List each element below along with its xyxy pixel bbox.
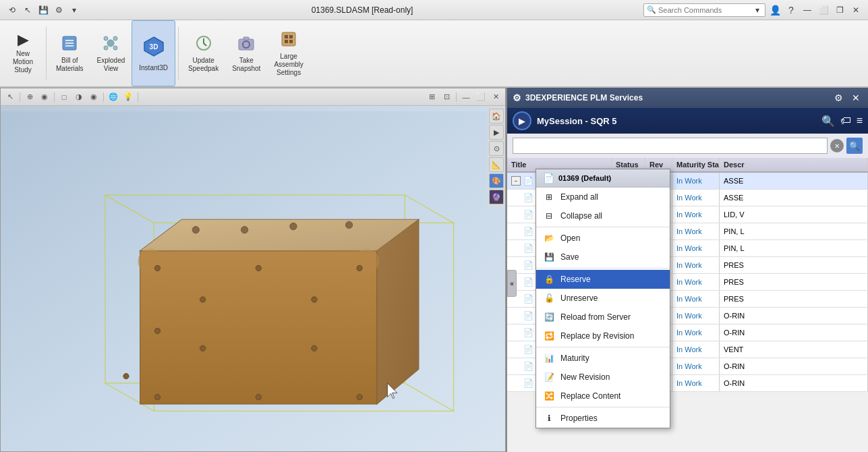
instant3d-btn[interactable]: 3D Instant3D (132, 20, 175, 86)
plm-search-bar: 1369 ✕ 🔍 (507, 134, 868, 158)
gear-settings-icon: ⚙ (513, 92, 521, 103)
undo-btn[interactable]: ⟲ (5, 3, 19, 17)
session-avatar: ▶ (513, 111, 531, 130)
svg-point-40 (312, 345, 317, 351)
svg-point-42 (312, 297, 317, 302)
close-btn-plm[interactable]: ✕ (849, 91, 863, 105)
measure-icon[interactable]: 📐 (489, 157, 504, 172)
help-btn[interactable]: ? (784, 3, 798, 17)
search-clear-btn[interactable]: ✕ (830, 139, 844, 152)
settings-btn-plm[interactable]: ⚙ (832, 91, 845, 105)
row-desc: O-RIN (720, 358, 868, 374)
ctx-new-revision[interactable]: 📝 New Revision (536, 368, 670, 387)
center-icon[interactable]: ⊙ (489, 141, 504, 156)
new-revision-icon: 📝 (543, 371, 555, 383)
vp-divider-5 (456, 92, 457, 102)
collapse-row-btn[interactable]: − (511, 176, 521, 186)
row-desc: PIN, L (720, 223, 868, 239)
ctx-collapse-all[interactable]: ⊟ Collapse all (536, 206, 670, 225)
vp-select-btn[interactable]: ↖ (3, 91, 17, 103)
options-btn-top[interactable]: ⚙ (52, 3, 65, 17)
play-btn-icon: ▶ (519, 116, 525, 126)
vp-display-btn[interactable]: □ (57, 91, 71, 103)
search-commands-box[interactable]: 🔍 ▾ (643, 3, 765, 17)
minimize-btn[interactable]: — (801, 3, 814, 17)
ctx-collapse-all-label: Collapse all (560, 211, 602, 221)
vp-minimize-btn[interactable]: — (459, 91, 473, 103)
save-btn-top[interactable]: 💾 (36, 3, 50, 17)
ctx-save[interactable]: 💾 Save (536, 248, 670, 266)
svg-point-7 (104, 46, 108, 50)
vp-lighting-btn[interactable]: 💡 (121, 91, 135, 103)
ctx-reload-from-server[interactable]: 🔄 Reload from Server (536, 308, 670, 327)
render-icon[interactable]: 🔮 (489, 190, 504, 204)
properties-icon: ℹ (543, 412, 555, 424)
search-submit-btn[interactable]: 🔍 (846, 138, 863, 154)
new-motion-study-label: NewMotionStudy (13, 50, 33, 74)
home-view-icon[interactable]: 🏠 (489, 109, 504, 123)
search-dropdown-btn[interactable]: ▾ (753, 3, 762, 17)
viewport[interactable]: ↖ ⊕ ◉ □ ◑ ◉ 🌐 💡 ⊞ ⊡ — ⬜ ✕ (0, 88, 506, 452)
speedpak-icon (195, 34, 212, 54)
unreserve-icon: 🔓 (543, 292, 555, 304)
ctx-unreserve[interactable]: 🔓 Unreserve (536, 289, 670, 308)
ctx-replace-content[interactable]: 🔀 Replace Content (536, 387, 670, 405)
row-maturity: In Work (672, 173, 720, 189)
vp-layout-btn2[interactable]: ⊡ (440, 91, 453, 103)
row-maturity: In Work (672, 308, 720, 324)
vp-close-btn[interactable]: ✕ (489, 91, 502, 103)
restore-btn[interactable]: ⬜ (817, 3, 830, 17)
ctx-expand-all[interactable]: ⊞ Expand all (536, 188, 670, 206)
ctx-maturity[interactable]: 📊 Maturity (536, 349, 670, 368)
ctx-unreserve-label: Unreserve (560, 293, 598, 303)
ctx-header-icon: 📄 (543, 173, 554, 183)
new-motion-study-btn[interactable]: ▶ NewMotionStudy (3, 20, 43, 86)
save-icon: 💾 (543, 251, 555, 263)
mouse-select-btn[interactable]: ↖ (21, 3, 34, 17)
plm-header-icons: ⚙ ✕ (832, 91, 863, 105)
vp-section-btn[interactable]: ◉ (87, 91, 100, 103)
ctx-properties[interactable]: ℹ Properties (536, 409, 670, 428)
close-btn-window[interactable]: ✕ (849, 3, 863, 17)
instant3d-icon: 3D (142, 34, 166, 61)
plm-search-input[interactable]: 1369 (513, 138, 828, 154)
vp-globe-btn[interactable]: 🌐 (107, 91, 120, 103)
ctx-open[interactable]: 📂 Open (536, 229, 670, 248)
expand-all-icon: ⊞ (543, 191, 555, 203)
search-session-icon[interactable]: 🔍 (821, 115, 835, 128)
window-title: 01369.SLDASM [Read-only] (85, 5, 639, 15)
row-icon: 📄 (523, 193, 533, 202)
svg-rect-18 (285, 40, 288, 43)
exploded-view-btn[interactable]: ExplodedView (90, 20, 132, 86)
tag-icon[interactable]: 🏷 (840, 115, 851, 127)
user-icon-btn[interactable]: 👤 (768, 3, 782, 17)
search-commands-input[interactable] (658, 6, 753, 14)
vp-zoom-btn[interactable]: ⊕ (23, 91, 36, 103)
ctx-separator-2 (536, 268, 670, 269)
ctx-separator-3 (536, 347, 670, 347)
ctx-replace-by-revision[interactable]: 🔁 Replace by Revision (536, 327, 670, 345)
play-icon[interactable]: ▶ (489, 125, 504, 140)
ctx-reserve[interactable]: 🔒 Reserve (536, 270, 670, 289)
menu-icon[interactable]: ≡ (857, 115, 863, 127)
dropdown-btn[interactable]: ▾ (67, 3, 81, 17)
row-maturity: In Work (672, 257, 720, 273)
collapse-panel-btn[interactable]: « (507, 270, 517, 297)
vp-layout-btn1[interactable]: ⊞ (425, 91, 438, 103)
vp-render-btn[interactable]: ◑ (72, 91, 86, 103)
svg-point-8 (113, 46, 117, 50)
large-assembly-settings-btn[interactable]: LargeAssemblySettings (267, 20, 310, 86)
svg-point-43 (123, 374, 129, 379)
update-speedpak-btn[interactable]: UpdateSpeedpak (181, 20, 225, 86)
bill-of-materials-btn[interactable]: Bill ofMaterials (49, 20, 90, 86)
vp-restore-btn[interactable]: ⬜ (474, 91, 488, 103)
appearance-icon[interactable]: 🎨 (489, 173, 504, 188)
row-desc: O-RIN (720, 375, 868, 391)
maximize-btn[interactable]: ❐ (833, 3, 846, 17)
row-maturity: In Work (672, 341, 720, 358)
take-snapshot-btn[interactable]: TakeSnapshot (225, 20, 267, 86)
vp-view-btn[interactable]: ◉ (38, 91, 51, 103)
vp-divider-2 (54, 92, 55, 102)
reserve-icon: 🔒 (543, 273, 555, 285)
ctx-open-label: Open (560, 233, 580, 243)
